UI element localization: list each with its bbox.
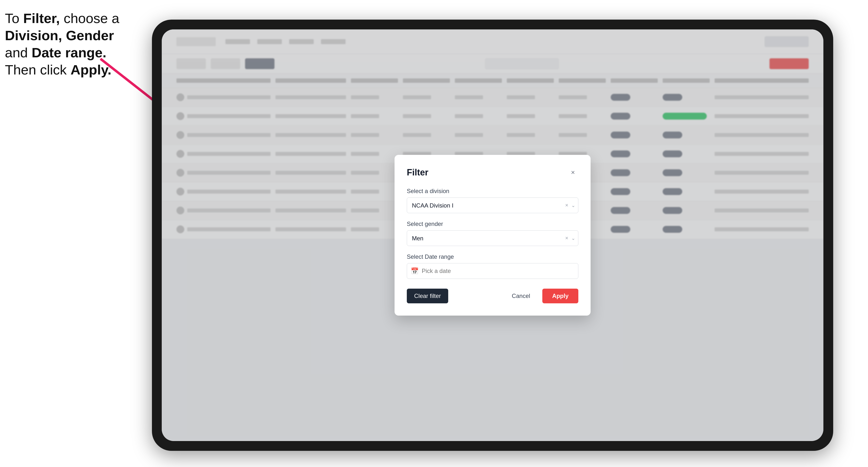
apply-button[interactable]: Apply	[542, 289, 578, 303]
gender-select[interactable]: Men Women Co-ed	[407, 230, 578, 246]
gender-field-group: Select gender Men Women Co-ed × ⌄	[407, 220, 578, 246]
cancel-button[interactable]: Cancel	[504, 289, 538, 303]
instruction-filter-bold: Filter,	[23, 10, 60, 26]
clear-filter-button[interactable]: Clear filter	[407, 289, 448, 303]
filter-modal: Filter × Select a division NCAA Division…	[395, 155, 591, 316]
gender-label: Select gender	[407, 220, 578, 227]
division-select[interactable]: NCAA Division I NCAA Division II NCAA Di…	[407, 197, 578, 213]
calendar-icon: 📅	[411, 267, 418, 275]
modal-title: Filter	[407, 167, 428, 178]
division-clear-icon[interactable]: ×	[564, 201, 569, 210]
division-label: Select a division	[407, 188, 578, 194]
gender-arrow-icon[interactable]: ⌄	[571, 235, 576, 241]
date-input-wrapper: 📅	[407, 263, 578, 279]
date-label: Select Date range	[407, 253, 578, 260]
modal-footer: Clear filter Cancel Apply	[407, 289, 578, 303]
gender-select-controls: × ⌄	[564, 234, 576, 242]
tablet-device: Filter × Select a division NCAA Division…	[152, 20, 833, 451]
division-arrow-icon[interactable]: ⌄	[571, 203, 576, 208]
division-select-controls: × ⌄	[564, 201, 576, 210]
gender-clear-icon[interactable]: ×	[564, 234, 569, 242]
modal-footer-right: Cancel Apply	[504, 289, 578, 303]
division-select-wrapper: NCAA Division I NCAA Division II NCAA Di…	[407, 197, 578, 213]
division-field-group: Select a division NCAA Division I NCAA D…	[407, 188, 578, 213]
date-field-group: Select Date range 📅	[407, 253, 578, 279]
date-input[interactable]	[407, 263, 578, 279]
modal-close-button[interactable]: ×	[567, 167, 578, 178]
gender-select-wrapper: Men Women Co-ed × ⌄	[407, 230, 578, 246]
modal-header: Filter ×	[407, 167, 578, 178]
tablet-screen: Filter × Select a division NCAA Division…	[162, 29, 824, 441]
instruction-division-bold: Division, Gender	[5, 28, 114, 43]
